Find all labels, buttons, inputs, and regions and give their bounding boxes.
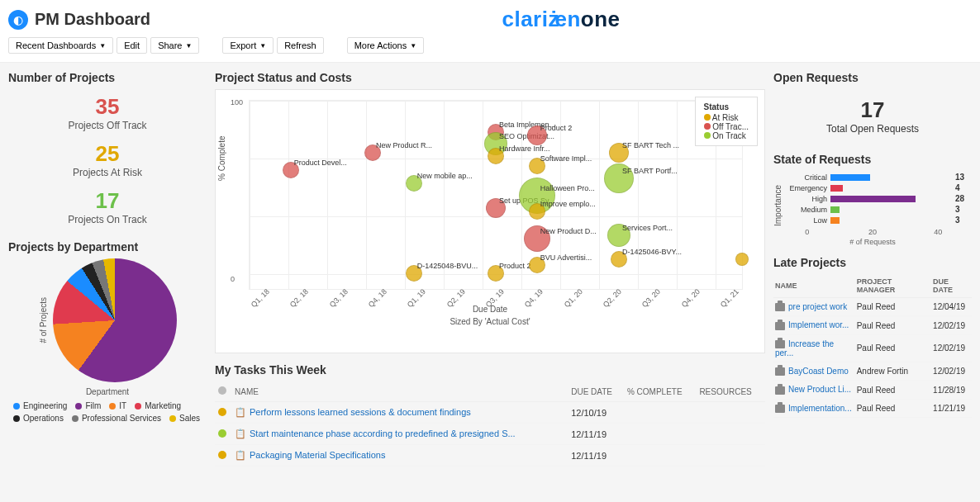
x-axis-label: Department [86, 387, 129, 396]
recent-dashboards-button[interactable]: Recent Dashboards▼ [8, 37, 113, 54]
project-due: 12/02/19 [931, 334, 972, 362]
stat-off-track[interactable]: 35 Projects Off Track [8, 89, 207, 136]
chart-subtitle: Sized By 'Actual Cost' [221, 317, 759, 326]
task-due: 12/11/19 [568, 424, 624, 445]
project-due: 11/21/19 [931, 399, 972, 417]
task-due: 12/11/19 [568, 445, 624, 466]
pie-chart[interactable] [53, 258, 177, 382]
table-row[interactable]: New Product Li...Paul Reed11/28/19 [773, 381, 972, 399]
bar [830, 206, 840, 213]
task-icon: 📋 [235, 407, 246, 417]
legend-item[interactable]: At Risk [704, 113, 749, 122]
open-requests-widget: Open Requests 17 Total Open Requests [773, 71, 972, 143]
late-projects-widget: Late Projects NAMEPROJECT MANAGERDUE DAT… [773, 256, 972, 418]
legend-item[interactable]: On Track [704, 131, 749, 140]
tasks-table: NAMEDUE DATE% COMPLETERESOURCES 📋Perform… [215, 381, 765, 466]
task-name: Perform lessons learned sessions & docum… [250, 407, 471, 417]
bar-chart[interactable]: Critical13Emergency4High28Medium3Low3 [786, 171, 972, 226]
project-manager: Paul Reed [855, 399, 931, 417]
legend-item[interactable]: Off Trac... [704, 122, 749, 131]
widget-title: Late Projects [773, 256, 972, 269]
pie-legend: EngineeringFilmITMarketingOperationsProf… [8, 401, 207, 423]
project-manager: Andrew Fortin [855, 362, 931, 381]
open-requests-stat[interactable]: 17 Total Open Requests [773, 89, 972, 143]
project-manager: Paul Reed [855, 381, 931, 399]
project-due: 12/04/19 [931, 298, 972, 316]
bar [830, 196, 916, 202]
legend-item[interactable]: Operations [13, 414, 64, 423]
legend-item[interactable]: Marketing [135, 401, 181, 410]
bubble-chart[interactable]: % Complete 100 0 Product Devel...New Pro… [215, 89, 765, 353]
column-header[interactable]: % COMPLETE [624, 381, 696, 402]
widget-title: Number of Projects [8, 71, 207, 84]
project-due: 11/28/19 [931, 381, 972, 399]
project-name: New Product Li... [788, 385, 851, 394]
bubble-point[interactable] [735, 253, 749, 266]
status-header-icon [218, 386, 226, 395]
my-tasks-widget: My Tasks This Week NAMEDUE DATE% COMPLET… [215, 363, 765, 466]
stat-at-risk[interactable]: 25 Projects At Risk [8, 136, 207, 183]
legend-item[interactable]: Engineering [13, 401, 67, 410]
status-dot-icon [218, 408, 226, 416]
project-name: Implement wor... [788, 320, 849, 329]
bar-row[interactable]: High28 [786, 194, 972, 203]
table-row[interactable]: 📋Packaging Material Specifications12/11/… [215, 445, 765, 466]
widget-title: Open Requests [773, 71, 972, 84]
state-of-requests-widget: State of Requests Importance Critical13E… [773, 153, 972, 246]
edit-button[interactable]: Edit [117, 37, 147, 54]
bar-row[interactable]: Critical13 [786, 173, 972, 182]
y-axis-label: % Complete [217, 136, 226, 181]
app-logo-icon: ◐ [8, 10, 28, 30]
legend-item[interactable]: Sales [169, 414, 200, 423]
column-header[interactable]: NAME [231, 381, 568, 402]
legend-item[interactable]: Film [75, 401, 101, 410]
project-due: 12/02/19 [931, 316, 972, 334]
project-manager: Paul Reed [855, 298, 931, 316]
header: ◐ PM Dashboard clariżenone [0, 0, 980, 34]
y-axis-label: # of Projects [39, 297, 48, 343]
y-axis-label: Importance [773, 171, 783, 226]
table-row[interactable]: 📋Perform lessons learned sessions & docu… [215, 402, 765, 424]
task-name: Start maintenance phase according to pre… [250, 429, 516, 438]
stat-on-track[interactable]: 17 Projects On Track [8, 183, 207, 230]
project-manager: Paul Reed [855, 334, 931, 362]
legend-item[interactable]: Professional Services [72, 414, 161, 423]
status-dot-icon [218, 451, 226, 459]
table-row[interactable]: 📋Start maintenance phase according to pr… [215, 424, 765, 445]
x-axis-label: # of Requests [773, 238, 972, 246]
bar-row[interactable]: Low3 [786, 215, 972, 225]
chevron-down-icon: ▼ [410, 42, 416, 50]
briefcase-icon [775, 340, 785, 348]
widget-title: Projects by Department [8, 240, 207, 253]
column-header[interactable]: NAME [773, 274, 855, 298]
table-row[interactable]: Implement wor...Paul Reed12/02/19 [773, 316, 972, 334]
column-header[interactable]: DUE DATE [568, 381, 624, 402]
table-row[interactable]: BayCoast DemoAndrew Fortin12/02/19 [773, 362, 972, 381]
brand-logo: clariżenone [150, 7, 972, 32]
table-row[interactable]: Increase the per...Paul Reed12/02/19 [773, 334, 972, 362]
column-header[interactable]: PROJECT MANAGER [855, 274, 931, 298]
refresh-button[interactable]: Refresh [277, 37, 324, 54]
more-actions-button[interactable]: More Actions▼ [347, 37, 425, 54]
table-row[interactable]: Implementation...Paul Reed11/21/19 [773, 399, 972, 417]
project-name: pre project work [788, 302, 847, 311]
task-name: Packaging Material Specifications [250, 450, 385, 460]
briefcase-icon [775, 386, 785, 395]
bar-row[interactable]: Medium3 [786, 205, 972, 214]
briefcase-icon [775, 322, 785, 330]
column-header[interactable]: RESOURCES [696, 381, 765, 402]
project-due: 12/02/19 [931, 362, 972, 381]
late-projects-table: NAMEPROJECT MANAGERDUE DATE pre project … [773, 274, 972, 418]
project-name: BayCoast Demo [788, 367, 849, 376]
export-button[interactable]: Export▼ [222, 37, 274, 54]
widget-title: My Tasks This Week [215, 363, 765, 376]
status-dot-icon [218, 429, 226, 438]
column-header[interactable]: DUE DATE [931, 274, 972, 298]
table-row[interactable]: pre project workPaul Reed12/04/19 [773, 298, 972, 316]
legend-item[interactable]: IT [109, 401, 126, 410]
bar-row[interactable]: Emergency4 [786, 183, 972, 192]
share-button[interactable]: Share▼ [150, 37, 199, 54]
bar [830, 185, 843, 192]
project-name: Implementation... [788, 404, 852, 413]
bar [830, 174, 870, 181]
